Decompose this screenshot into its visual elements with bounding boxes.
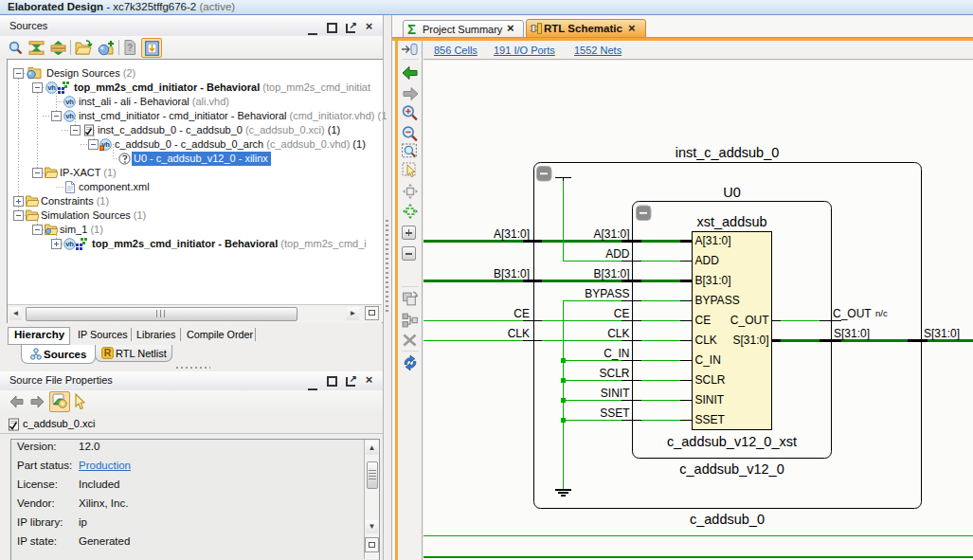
svg-text:vh: vh: [47, 83, 56, 92]
svg-text:SCLR: SCLR: [599, 367, 629, 380]
svg-text:C_IN: C_IN: [695, 353, 721, 367]
svg-text:B[31:0]: B[31:0]: [695, 274, 731, 287]
svg-text:B[31:0]: B[31:0]: [494, 267, 530, 280]
svg-text:R: R: [104, 347, 112, 358]
svg-text:S[31:0]: S[31:0]: [924, 327, 960, 340]
svg-text:?: ?: [127, 43, 133, 53]
svg-text:vh: vh: [65, 98, 74, 106]
svg-text:A[31:0]: A[31:0]: [593, 227, 629, 241]
svg-text:SINIT: SINIT: [695, 393, 725, 406]
svg-text:vh: vh: [65, 240, 74, 248]
svg-text:c_addsub_0: c_addsub_0: [690, 512, 765, 527]
svg-text:A[31:0]: A[31:0]: [695, 234, 731, 247]
svg-text:c_addsub_v12_0_xst: c_addsub_v12_0_xst: [667, 434, 797, 449]
svg-text:B[31:0]: B[31:0]: [593, 267, 629, 280]
svg-text:CE: CE: [695, 314, 712, 327]
svg-text:S[31:0]: S[31:0]: [834, 327, 870, 340]
svg-text:inst_c_addsub_0: inst_c_addsub_0: [676, 145, 780, 160]
svg-text:SSET: SSET: [600, 406, 630, 420]
svg-text:CE: CE: [514, 307, 530, 320]
svg-text:U0: U0: [723, 185, 741, 200]
svg-text:c_addsub_v12_0: c_addsub_v12_0: [679, 461, 784, 477]
svg-text:C_OUT: C_OUT: [730, 314, 769, 327]
svg-text:n/c: n/c: [875, 308, 888, 318]
svg-text:A[31:0]: A[31:0]: [494, 227, 530, 241]
svg-text:ADD: ADD: [605, 247, 630, 261]
svg-text:CLK: CLK: [508, 327, 530, 340]
svg-text:ADD: ADD: [695, 254, 720, 267]
svg-text:CE: CE: [614, 307, 630, 320]
svg-text:BYPASS: BYPASS: [585, 287, 629, 300]
svg-text:CLK: CLK: [695, 334, 717, 347]
svg-text:C_OUT: C_OUT: [833, 307, 872, 320]
svg-text:xst_addsub: xst_addsub: [696, 214, 766, 229]
svg-text:CLK: CLK: [607, 327, 629, 340]
svg-text:BYPASS: BYPASS: [695, 294, 740, 307]
svg-text:SSET: SSET: [695, 413, 726, 426]
svg-text:C_IN: C_IN: [604, 347, 629, 360]
svg-text:SCLR: SCLR: [695, 373, 726, 387]
svg-text:vh: vh: [65, 112, 74, 120]
svg-text:SINIT: SINIT: [601, 387, 630, 400]
svg-text:S[31:0]: S[31:0]: [732, 334, 768, 347]
